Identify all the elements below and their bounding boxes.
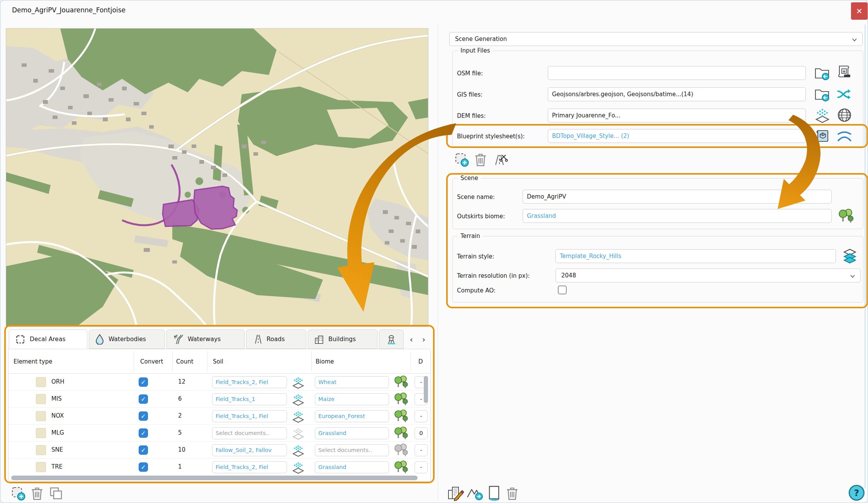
delete-icon[interactable] (505, 486, 520, 501)
right-scroll-edge (865, 24, 866, 488)
tab-label: Waterbodies (109, 336, 146, 343)
soil-layers-icon[interactable] (292, 376, 305, 389)
tab-buildings[interactable]: Buildings (308, 330, 377, 349)
type-color-swatch (36, 462, 46, 472)
soil-select[interactable]: Field_Tracks_2, Fiel (212, 461, 287, 473)
soil-layers-icon[interactable] (292, 393, 305, 406)
blueprint-icon[interactable] (815, 128, 830, 144)
count-value: 6 (178, 395, 182, 402)
globe-icon[interactable] (836, 107, 853, 123)
chevron-down-icon (850, 275, 855, 278)
outskirts-biome-input[interactable]: Grassland (523, 209, 832, 223)
convert-checkbox[interactable]: ✓ (139, 394, 148, 404)
tab-roads[interactable]: Roads (246, 330, 306, 349)
new-document-icon[interactable] (486, 485, 502, 502)
count-value: 1 (178, 463, 182, 470)
soil-select[interactable]: Field_Tracks_1 (212, 393, 287, 405)
convert-checkbox[interactable]: ✓ (139, 428, 148, 438)
convert-checkbox[interactable]: ✓ (139, 462, 148, 472)
tab-waterbodies[interactable]: Waterbodies (89, 330, 165, 349)
export-terrain-icon[interactable] (466, 486, 484, 501)
soil-select[interactable]: Fallow_Soil_2, Fallov (212, 444, 287, 456)
soil-layers-icon[interactable] (292, 444, 305, 457)
tab-monuments[interactable] (379, 330, 404, 349)
col-header-d: D (418, 358, 423, 365)
soil-select[interactable]: Field_Tracks_2, Fiel (212, 376, 287, 388)
tab-label: Roads (267, 336, 285, 343)
dem-layers-icon[interactable] (815, 108, 830, 123)
add-decal-area-icon[interactable] (454, 152, 469, 167)
tab-decal-areas[interactable]: Decal Areas (9, 330, 87, 349)
col-header-element-type: Element type (14, 358, 52, 365)
biome-trees-icon[interactable] (394, 460, 409, 474)
biome-select[interactable]: European_Forest (315, 410, 389, 422)
vertical-scrollbar[interactable] (424, 376, 428, 403)
shuffle-icon[interactable] (836, 87, 852, 101)
delete-icon[interactable] (30, 486, 44, 501)
biome-trees-icon[interactable] (394, 443, 409, 457)
map-svg (6, 29, 428, 327)
tab-scroll-right[interactable]: › (419, 334, 428, 345)
compute-ao-checkbox[interactable] (558, 285, 567, 294)
layers-stack-icon[interactable] (842, 248, 858, 265)
d-cell[interactable]: - (414, 461, 428, 473)
soil-select[interactable]: Field_Tracks_1, Fiel (212, 410, 287, 422)
open-folder-icon[interactable] (814, 87, 830, 102)
osm-file-input[interactable] (548, 66, 806, 80)
soil-select[interactable]: Select documents.. (212, 427, 287, 439)
d-cell[interactable]: 0 (414, 427, 428, 439)
cut-roads-icon[interactable] (492, 152, 508, 167)
help-button[interactable]: ? (849, 485, 865, 501)
scene-name-input[interactable]: Demo_AgriPV (523, 190, 832, 204)
chevron-down-icon (852, 38, 857, 41)
gis-files-input[interactable]: Geojsons/arbres.geojson, Geojsons/batime… (548, 87, 806, 101)
terrain-style-input[interactable]: Template_Rocky_Hills (555, 249, 836, 263)
soil-layers-icon[interactable] (292, 461, 305, 474)
fit-curves-icon[interactable] (836, 129, 853, 143)
trees-icon[interactable] (838, 208, 855, 224)
element-type: TRE (51, 463, 63, 470)
dem-files-input[interactable]: Primary Jouarenne_Fo... (548, 109, 806, 122)
tab-label: Decal Areas (30, 336, 65, 343)
d-cell[interactable]: - (414, 444, 428, 456)
biome-select[interactable]: Grassland (315, 461, 389, 473)
road-icon (252, 334, 262, 345)
soil-layers-icon[interactable] (292, 410, 305, 423)
soil-layers-icon[interactable] (292, 427, 305, 440)
biome-select[interactable]: Grassland (315, 427, 389, 439)
convert-checkbox[interactable]: ✓ (139, 445, 148, 455)
add-decal-area-icon[interactable] (10, 486, 26, 501)
biome-trees-icon[interactable] (394, 426, 409, 440)
close-button[interactable]: ✕ (851, 2, 868, 20)
edit-scene-icon[interactable] (447, 485, 464, 501)
biome-select[interactable]: Wheat (315, 376, 389, 388)
blueprint-stylesheet-input[interactable]: BDTopo_Village_Style... (2) (548, 129, 806, 143)
generation-mode-dropdown[interactable]: Scene Generation (449, 32, 863, 46)
duplicate-icon[interactable] (48, 486, 64, 501)
count-value: 2 (178, 412, 182, 419)
biome-trees-icon[interactable] (394, 392, 409, 406)
biome-select[interactable]: Maize (315, 393, 389, 405)
import-osm-icon[interactable] (836, 64, 853, 81)
biome-trees-icon[interactable] (394, 409, 409, 423)
d-cell[interactable]: - (414, 410, 428, 422)
outskirts-biome-label: Outskirts biome: (457, 213, 505, 220)
horizontal-scrollbar[interactable] (11, 476, 418, 480)
biome-select[interactable]: Select documents.. (315, 444, 389, 456)
dialog-window: Demo_AgriPV_Jouarenne_Fontjoise ✕ (0, 0, 868, 503)
tab-waterways[interactable]: Waterways (166, 330, 245, 349)
scene-legend: Scene (458, 175, 481, 182)
convert-checkbox[interactable]: ✓ (139, 411, 148, 421)
tab-scroll-left[interactable]: ‹ (407, 334, 416, 345)
open-folder-icon[interactable] (814, 65, 830, 81)
terrain-legend: Terrain (458, 233, 483, 240)
count-value: 5 (178, 429, 182, 436)
blueprint-stylesheet-label: Blueprint stylesheet(s): (457, 133, 525, 140)
tab-label: Waterways (188, 336, 221, 343)
terrain-resolution-dropdown[interactable]: 2048 (555, 268, 861, 282)
map-view[interactable] (6, 28, 428, 327)
delete-icon[interactable] (473, 152, 488, 167)
convert-checkbox[interactable]: ✓ (139, 377, 148, 387)
element-type: MIS (51, 395, 62, 402)
biome-trees-icon[interactable] (394, 375, 409, 389)
